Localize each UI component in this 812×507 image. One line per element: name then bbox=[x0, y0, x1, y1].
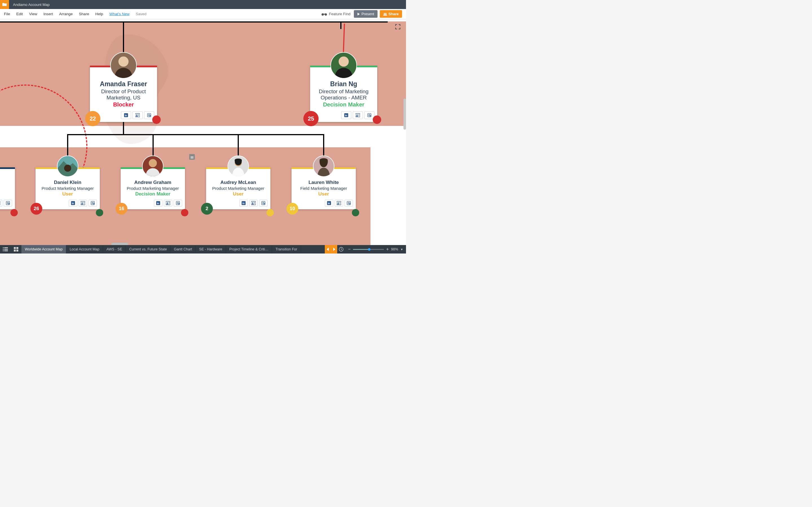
tab-local[interactable]: Local Account Map bbox=[66, 245, 103, 253]
vertical-scrollbar[interactable] bbox=[403, 99, 406, 129]
menu-view[interactable]: View bbox=[29, 12, 37, 16]
notes-icon[interactable] bbox=[345, 200, 353, 207]
tab-current-future[interactable]: Current vs. Future State bbox=[126, 245, 170, 253]
card-title: Product Marketing Manager bbox=[210, 186, 266, 191]
card-name: Andrew Graham bbox=[124, 180, 181, 185]
svg-rect-55 bbox=[340, 202, 341, 203]
tab-transition[interactable]: Transition For bbox=[272, 245, 301, 253]
linkedin-icon[interactable]: in bbox=[154, 200, 162, 207]
notes-icon[interactable] bbox=[89, 200, 97, 207]
contact-card-icon[interactable] bbox=[335, 200, 343, 207]
svg-point-46 bbox=[252, 202, 253, 203]
zoom-in[interactable]: + bbox=[386, 247, 389, 252]
status-dot bbox=[352, 209, 359, 216]
tab-timeline[interactable]: Project Timeline & Criti… bbox=[226, 245, 272, 253]
svg-point-38 bbox=[167, 202, 168, 203]
card-role: User bbox=[40, 191, 96, 197]
linkedin-icon[interactable]: in bbox=[121, 111, 131, 119]
zoom-slider[interactable] bbox=[353, 249, 384, 250]
contact-card-icon[interactable] bbox=[0, 200, 2, 207]
svg-rect-62 bbox=[3, 250, 4, 251]
tab-aws-se[interactable]: AWS - SE bbox=[103, 245, 126, 253]
contact-card-icon[interactable] bbox=[79, 200, 87, 207]
present-button[interactable]: Present bbox=[354, 10, 377, 18]
zoom-dropdown[interactable]: ▼ bbox=[400, 248, 403, 251]
menu-help[interactable]: Help bbox=[95, 12, 103, 16]
contact-card-icon[interactable] bbox=[164, 200, 172, 207]
card-role: User bbox=[296, 191, 352, 197]
menu-whats-new[interactable]: What's New bbox=[109, 12, 130, 16]
menu-insert[interactable]: Insert bbox=[43, 12, 53, 16]
card-title: Product Marketing Manager bbox=[124, 186, 181, 191]
menu-share[interactable]: Share bbox=[79, 12, 89, 16]
avatar bbox=[227, 156, 249, 177]
card-lauren[interactable]: Lauren White Field Marketing Manager Use… bbox=[292, 167, 356, 209]
svg-rect-10 bbox=[138, 114, 139, 115]
svg-point-9 bbox=[136, 114, 137, 115]
app-logo[interactable] bbox=[0, 0, 9, 9]
status-dot bbox=[266, 209, 274, 216]
tab-prev[interactable] bbox=[325, 245, 331, 253]
card-name: Brian Ng bbox=[315, 80, 372, 88]
svg-text:in: in bbox=[328, 202, 330, 205]
linkedin-icon[interactable]: in bbox=[239, 200, 248, 207]
zoom-out[interactable]: − bbox=[348, 247, 350, 252]
svg-rect-66 bbox=[14, 249, 16, 251]
avatar bbox=[142, 156, 163, 177]
canvas[interactable]: Amanda Fraser Director of Product Market… bbox=[0, 20, 406, 245]
tab-gantt[interactable]: Gantt Chart bbox=[170, 245, 196, 253]
card-partial[interactable]: ch nager or bbox=[0, 167, 15, 209]
svg-rect-21 bbox=[0, 202, 0, 205]
note-icon[interactable] bbox=[189, 154, 195, 160]
card-name: Lauren White bbox=[296, 180, 352, 185]
notes-icon[interactable] bbox=[259, 200, 267, 207]
notes-icon[interactable] bbox=[4, 200, 12, 207]
save-status: Saved bbox=[136, 12, 146, 16]
badge-count: 16 bbox=[116, 203, 128, 215]
zoom-percent[interactable]: 98% bbox=[391, 247, 398, 251]
card-name: Daniel Klein bbox=[40, 180, 96, 185]
svg-rect-18 bbox=[358, 114, 359, 115]
status-dot bbox=[373, 115, 381, 124]
horizontal-scrollbar[interactable] bbox=[111, 243, 128, 245]
linkedin-icon[interactable]: in bbox=[325, 200, 333, 207]
card-name: Audrey McLean bbox=[210, 180, 266, 185]
svg-point-17 bbox=[356, 114, 357, 115]
card-role: Decision Maker bbox=[315, 101, 372, 108]
svg-rect-60 bbox=[3, 249, 4, 250]
status-dot bbox=[152, 115, 161, 124]
menu-file[interactable]: File bbox=[4, 12, 10, 16]
svg-text:in: in bbox=[157, 202, 159, 205]
tab-worldwide[interactable]: Worldwide Account Map bbox=[21, 245, 66, 253]
svg-point-54 bbox=[338, 202, 339, 203]
svg-rect-67 bbox=[16, 249, 18, 251]
svg-text:in: in bbox=[72, 202, 74, 205]
connector bbox=[123, 121, 124, 135]
card-daniel[interactable]: Daniel Klein Product Marketing Manager U… bbox=[36, 167, 100, 209]
card-andrew[interactable]: Andrew Graham Product Marketing Manager … bbox=[121, 167, 185, 209]
outline-icon[interactable] bbox=[0, 245, 11, 253]
contact-card-icon[interactable] bbox=[133, 111, 143, 119]
menu-bar: File Edit View Insert Arrange Share Help… bbox=[0, 9, 406, 19]
feature-find[interactable]: Feature Find bbox=[321, 12, 351, 16]
avatar bbox=[331, 52, 357, 78]
tab-se-hardware[interactable]: SE - Hardware bbox=[196, 245, 226, 253]
menu-arrange[interactable]: Arrange bbox=[59, 12, 73, 16]
svg-text:in: in bbox=[345, 114, 347, 117]
status-dot bbox=[181, 209, 188, 216]
card-audrey[interactable]: Audrey McLean Product Marketing Manager … bbox=[206, 167, 270, 209]
fullscreen-icon[interactable] bbox=[395, 24, 400, 29]
card-amanda[interactable]: Amanda Fraser Director of Product Market… bbox=[90, 66, 157, 122]
tab-next[interactable] bbox=[331, 245, 337, 253]
contact-card-icon[interactable] bbox=[249, 200, 258, 207]
linkedin-icon[interactable]: in bbox=[341, 111, 351, 119]
grid-icon[interactable] bbox=[11, 245, 21, 253]
share-button[interactable]: Share bbox=[380, 10, 402, 18]
menu-edit[interactable]: Edit bbox=[16, 12, 23, 16]
contact-card-icon[interactable] bbox=[353, 111, 363, 119]
history-icon[interactable] bbox=[337, 247, 345, 252]
notes-icon[interactable] bbox=[174, 200, 182, 207]
linkedin-icon[interactable]: in bbox=[69, 200, 77, 207]
card-brian[interactable]: Brian Ng Director of Marketing Operation… bbox=[310, 66, 377, 122]
svg-point-13 bbox=[339, 57, 349, 67]
